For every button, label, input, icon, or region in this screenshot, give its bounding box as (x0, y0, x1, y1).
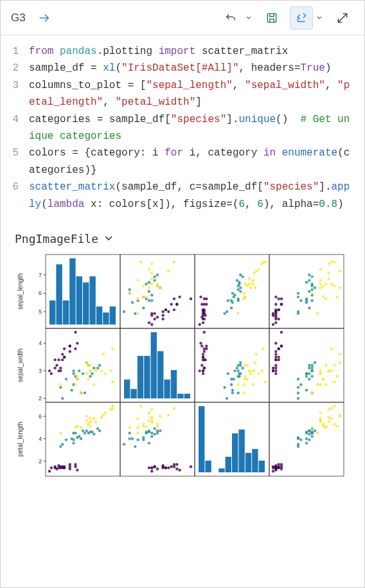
svg-point-485 (148, 441, 150, 444)
svg-point-108 (227, 299, 229, 302)
svg-rect-261 (151, 332, 157, 398)
svg-point-346 (277, 355, 280, 358)
svg-point-437 (103, 411, 106, 414)
svg-point-102 (238, 281, 240, 283)
code-line[interactable]: 1from pandas.plotting import scatter_mat… (1, 43, 364, 60)
output-type-dropdown-icon[interactable] (314, 6, 325, 30)
svg-point-41 (148, 281, 150, 283)
svg-rect-521 (259, 461, 265, 472)
svg-point-410 (98, 429, 101, 432)
svg-point-380 (322, 378, 325, 380)
svg-point-236 (85, 361, 88, 364)
svg-point-333 (274, 353, 277, 355)
svg-point-446 (89, 420, 91, 423)
svg-point-121 (257, 268, 260, 271)
svg-point-254 (111, 380, 114, 383)
svg-point-369 (339, 361, 341, 364)
svg-point-304 (236, 370, 239, 372)
svg-point-16 (153, 317, 156, 320)
svg-point-487 (150, 432, 153, 434)
undo-dropdown-icon[interactable] (244, 6, 254, 30)
svg-point-94 (239, 273, 242, 276)
svg-point-322 (244, 375, 246, 377)
svg-point-574 (322, 423, 325, 425)
toolbar: G3 (1, 1, 364, 35)
save-button[interactable] (260, 6, 283, 30)
svg-point-179 (330, 283, 333, 285)
svg-point-224 (91, 372, 93, 375)
svg-point-22 (153, 312, 156, 315)
svg-point-422 (80, 437, 82, 440)
svg-point-56 (148, 286, 150, 289)
code-text[interactable]: colors = {category: i for i, category in… (29, 145, 364, 179)
cell-reference: G3 (11, 12, 26, 24)
svg-point-556 (308, 429, 310, 432)
svg-point-582 (310, 426, 313, 429)
svg-point-219 (70, 389, 73, 391)
code-text[interactable]: from pandas.plotting import scatter_matr… (29, 43, 364, 60)
svg-rect-258 (130, 389, 136, 398)
svg-point-444 (76, 425, 78, 427)
svg-point-581 (333, 405, 335, 407)
svg-point-126 (248, 277, 251, 280)
code-line[interactable]: 5colors = {category: i for i, category i… (1, 145, 364, 179)
svg-point-488 (142, 436, 145, 439)
svg-point-169 (305, 299, 308, 302)
svg-point-481 (123, 443, 125, 445)
undo-button[interactable] (219, 6, 242, 30)
code-editor[interactable]: 1from pandas.plotting import scatter_mat… (1, 35, 364, 223)
svg-point-238 (100, 370, 103, 372)
svg-point-96 (242, 275, 244, 278)
svg-point-387 (333, 380, 335, 383)
code-text[interactable]: columns_to_plot = ["sepal_length", "sepa… (29, 77, 364, 111)
svg-point-355 (314, 361, 316, 364)
svg-point-539 (280, 467, 283, 470)
svg-point-252 (89, 370, 91, 372)
code-text[interactable]: sample_df = xl("IrisDataSet[#All]", head… (29, 60, 364, 76)
code-line[interactable]: 3columns_to_plot = ["sepal_length", "sep… (1, 77, 364, 111)
svg-point-138 (274, 317, 277, 320)
svg-point-570 (319, 411, 321, 414)
svg-point-40 (134, 312, 136, 315)
svg-point-335 (277, 359, 280, 361)
svg-point-64 (142, 285, 145, 287)
svg-point-23 (170, 303, 172, 305)
line-number: 6 (1, 179, 29, 213)
output-header[interactable]: PngImageFile (1, 223, 364, 251)
svg-point-568 (327, 408, 330, 411)
code-line[interactable]: 4categories = sample_df["species"].uniqu… (1, 111, 364, 145)
svg-point-506 (156, 423, 159, 425)
code-line[interactable]: 2sample_df = xl("IrisDataSet[#All]", hea… (1, 60, 364, 76)
expand-button[interactable] (331, 6, 354, 30)
svg-point-101 (223, 312, 226, 315)
output-type-button[interactable] (290, 6, 313, 30)
svg-point-315 (257, 372, 260, 375)
svg-point-324 (248, 370, 251, 372)
svg-point-317 (255, 353, 258, 355)
svg-point-490 (136, 438, 139, 441)
svg-point-114 (254, 286, 256, 289)
svg-point-212 (69, 344, 71, 347)
svg-point-15 (156, 316, 159, 318)
svg-point-183 (319, 279, 321, 281)
svg-point-489 (128, 432, 130, 434)
svg-rect-8 (89, 276, 95, 325)
svg-text:7: 7 (39, 272, 42, 278)
goto-arrow-icon[interactable] (37, 11, 51, 25)
svg-point-149 (274, 296, 277, 298)
svg-point-65 (150, 277, 153, 280)
svg-point-186 (322, 285, 325, 287)
svg-point-199 (53, 366, 56, 369)
svg-point-107 (239, 290, 242, 292)
svg-point-182 (319, 268, 321, 271)
code-line[interactable]: 6scatter_matrix(sample_df, c=sample_df["… (1, 179, 364, 213)
svg-point-420 (61, 443, 64, 445)
svg-point-472 (156, 432, 159, 434)
svg-point-299 (233, 370, 236, 372)
svg-point-290 (242, 366, 244, 369)
svg-point-43 (123, 310, 125, 313)
code-text[interactable]: categories = sample_df["species"].unique… (29, 111, 364, 145)
svg-point-332 (274, 366, 277, 369)
code-text[interactable]: scatter_matrix(sample_df, c=sample_df["s… (29, 179, 364, 213)
svg-point-273 (205, 344, 208, 347)
